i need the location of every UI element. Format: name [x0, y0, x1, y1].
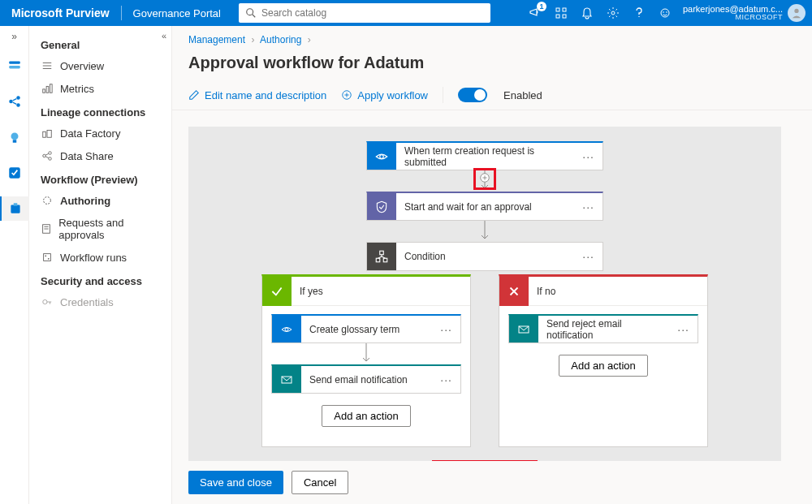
more-icon[interactable]: ··· [432, 373, 460, 386]
search-icon [245, 7, 257, 19]
nav-workflow-runs-label: Workflow runs [60, 252, 127, 264]
breadcrumb-management[interactable]: Management [188, 34, 245, 45]
svg-line-35 [45, 157, 49, 158]
edit-name-button[interactable]: Edit name and description [188, 89, 326, 101]
rail-data-icon[interactable] [0, 54, 29, 78]
condition-label: Condition [396, 251, 574, 262]
bell-icon[interactable] [574, 0, 600, 26]
nav-authoring[interactable]: Authoring [29, 189, 171, 212]
nav-metrics-label: Metrics [60, 83, 94, 95]
svg-point-61 [285, 328, 288, 331]
feedback-icon[interactable] [652, 0, 678, 26]
hub-icon[interactable] [548, 0, 574, 26]
eye-icon [367, 143, 396, 170]
requests-icon [41, 222, 52, 235]
more-icon[interactable]: ··· [574, 150, 603, 163]
if-yes-branch: If yes Create glossary term ··· [261, 274, 471, 447]
avatar[interactable] [788, 4, 806, 22]
nav-metrics[interactable]: Metrics [29, 77, 171, 100]
svg-point-41 [45, 255, 46, 256]
nav-data-share[interactable]: Data Share [29, 144, 171, 167]
rail-share-icon[interactable] [0, 89, 29, 114]
rail-management-icon[interactable] [0, 196, 29, 221]
user-info[interactable]: parkerjones@adatum.c... MICROSOFT [678, 4, 788, 22]
svg-line-16 [12, 99, 16, 101]
collapse-nav-icon[interactable]: « [162, 31, 166, 41]
nav-overview[interactable]: Overview [29, 54, 171, 77]
svg-rect-4 [556, 15, 559, 18]
send-reject-email-step[interactable]: Send reject email notification ··· [508, 314, 698, 343]
svg-rect-29 [43, 131, 46, 137]
svg-point-14 [16, 96, 20, 100]
cancel-button[interactable]: Cancel [292, 471, 348, 494]
eye-icon [272, 316, 301, 342]
nav-workflow-runs[interactable]: Workflow runs [29, 246, 171, 269]
svg-point-43 [43, 299, 47, 304]
svg-line-34 [45, 153, 49, 155]
condition-step[interactable]: Condition ··· [366, 242, 603, 271]
share-icon [41, 149, 54, 162]
svg-point-31 [43, 154, 46, 157]
create-glossary-step[interactable]: Create glossary term ··· [271, 314, 461, 343]
mail-icon [272, 366, 301, 393]
svg-point-42 [48, 258, 50, 260]
svg-rect-22 [13, 203, 17, 205]
gear-icon[interactable] [600, 0, 626, 26]
megaphone-icon[interactable]: 1 [522, 0, 548, 26]
rail-check-icon[interactable] [0, 161, 29, 185]
add-action-no-button[interactable]: Add an action [559, 355, 648, 377]
nav-authoring-label: Authoring [60, 195, 110, 207]
add-action-yes-button[interactable]: Add an action [322, 405, 411, 427]
search-input[interactable] [261, 7, 484, 19]
trigger-step[interactable]: When term creation request is submitted … [366, 141, 603, 170]
svg-rect-5 [563, 15, 566, 18]
nav-credentials[interactable]: Credentials [29, 291, 171, 313]
shield-check-icon [367, 193, 396, 220]
workflow-canvas: When term creation request is submitted … [188, 127, 781, 461]
trigger-label: When term creation request is submitted [396, 145, 574, 168]
nav-group-security: Security and access [29, 269, 171, 291]
svg-rect-28 [50, 84, 53, 93]
product-name: Governance Portal [122, 7, 232, 19]
apply-workflow-button[interactable]: Apply workflow [341, 89, 428, 101]
add-step-highlight [473, 168, 496, 190]
mail-icon [509, 316, 538, 342]
if-yes-header[interactable]: If yes [262, 277, 470, 306]
more-icon[interactable]: ··· [574, 200, 603, 213]
if-no-header[interactable]: If no [499, 277, 707, 306]
save-button[interactable]: Save and close [188, 471, 283, 494]
content: Management › Authoring › Approval workfl… [172, 26, 812, 504]
authoring-icon [41, 194, 54, 207]
help-icon[interactable] [626, 0, 652, 26]
send-email-step[interactable]: Send email notification ··· [271, 364, 461, 394]
more-icon[interactable]: ··· [574, 250, 603, 263]
enabled-toggle[interactable] [458, 88, 487, 102]
svg-point-10 [794, 9, 798, 13]
svg-rect-21 [11, 205, 19, 213]
svg-rect-30 [47, 131, 51, 138]
svg-rect-19 [12, 140, 16, 142]
toggle-knob [474, 89, 486, 101]
rail-bulb-icon[interactable] [0, 125, 29, 149]
connector-1 [479, 170, 490, 192]
nav-credentials-label: Credentials [60, 296, 114, 308]
approval-step[interactable]: Start and wait for an approval ··· [366, 192, 603, 221]
expand-rail-icon[interactable]: » [11, 31, 17, 42]
side-nav: « General Overview Metrics Lineage conne… [29, 26, 172, 504]
svg-point-49 [380, 154, 384, 158]
search-box[interactable] [239, 3, 490, 23]
nav-requests[interactable]: Requests and approvals [29, 212, 171, 246]
connector-yes [361, 343, 372, 364]
plus-circle-icon[interactable] [479, 172, 490, 183]
factory-icon [41, 127, 54, 140]
svg-rect-12 [9, 66, 20, 68]
svg-rect-57 [383, 258, 387, 262]
svg-point-8 [663, 11, 664, 13]
if-no-title: If no [529, 286, 564, 297]
breadcrumb-authoring[interactable]: Authoring [260, 34, 301, 45]
nav-data-factory[interactable]: Data Factory [29, 122, 171, 144]
more-icon[interactable]: ··· [669, 323, 698, 336]
more-icon[interactable]: ··· [432, 323, 460, 336]
user-org: MICROSOFT [683, 14, 783, 22]
svg-point-18 [11, 132, 18, 140]
